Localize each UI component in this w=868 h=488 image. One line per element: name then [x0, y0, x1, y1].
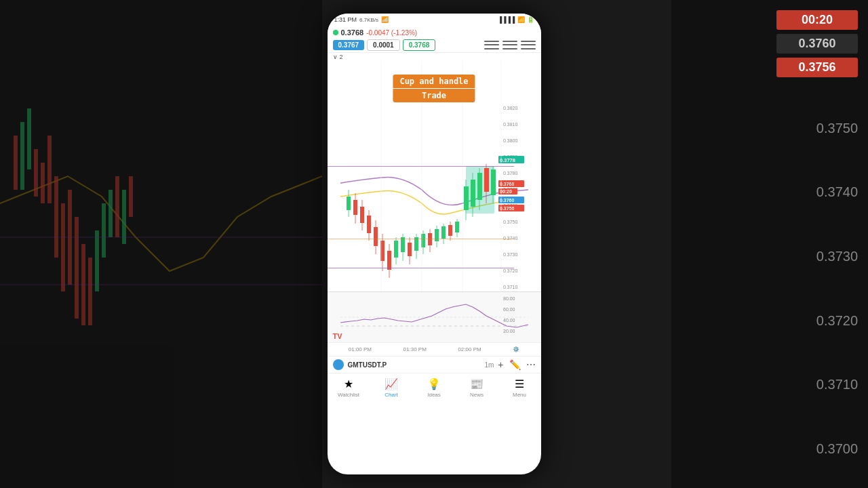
svg-rect-53 — [441, 226, 446, 239]
svg-rect-45 — [414, 237, 418, 251]
live-dot — [333, 30, 338, 35]
cup-handle-label: Cup and handle Trade — [393, 75, 475, 102]
status-right: ▐▐▐▐ 📶 🔋 — [498, 16, 534, 23]
time-axis-right[interactable]: ⚙️ — [513, 346, 519, 352]
svg-rect-59 — [464, 186, 469, 210]
bottom-nav: ★ Watchlist 📈 Chart 💡 Ideas 📰 News ☰ Men… — [328, 373, 541, 402]
svg-text:00:20: 00:20 — [500, 189, 512, 194]
nav-chart[interactable]: 📈 Chart — [370, 376, 413, 399]
annotation-count: 2 — [340, 54, 343, 60]
svg-rect-63 — [477, 173, 482, 200]
nav-news[interactable]: 📰 News — [456, 376, 498, 399]
svg-text:0.3768: 0.3768 — [500, 182, 515, 186]
background-left — [0, 0, 322, 488]
right-price-level-1: 0.3740 — [682, 180, 858, 204]
ticker-logo-icon — [333, 359, 344, 370]
price-badge-1: 0.3760 — [776, 34, 858, 54]
svg-text:0.3720: 0.3720 — [503, 268, 518, 273]
status-time: 1:31 PM — [334, 16, 357, 23]
svg-rect-51 — [435, 229, 439, 241]
wifi-icon: 📶 — [517, 16, 525, 23]
nav-ideas-label: Ideas — [427, 392, 441, 398]
support-line-2 — [328, 268, 514, 268]
svg-text:40.00: 40.00 — [503, 318, 515, 323]
right-panel: 00:20 0.3760 0.3756 0.3750 0.3740 0.3730… — [671, 0, 868, 488]
svg-text:0.3756: 0.3756 — [500, 206, 515, 211]
right-price-level-5: 0.3700 — [682, 437, 858, 461]
timer-badge: 00:20 — [776, 10, 858, 30]
clock-icon[interactable]: ⚙️ — [513, 346, 519, 352]
ticker-name: GMTUSDT.P — [348, 361, 481, 369]
signal-icon: 📶 — [381, 16, 389, 23]
chart-type-icon[interactable] — [484, 40, 499, 51]
right-price-level-0: 0.3750 — [682, 117, 858, 140]
svg-text:0.3778: 0.3778 — [500, 157, 515, 163]
chart-nav-icon: 📈 — [384, 378, 398, 390]
news-icon: 📰 — [470, 378, 484, 390]
support-line-1 — [328, 166, 514, 167]
svg-text:0.3800: 0.3800 — [503, 138, 518, 143]
svg-rect-39 — [394, 241, 398, 258]
time-label-1: 01:00 PM — [349, 346, 372, 352]
svg-rect-33 — [374, 227, 378, 246]
settings-icon[interactable] — [521, 40, 536, 51]
status-bar: 1:31 PM 6.7KB/s 📶 ▐▐▐▐ 📶 🔋 — [328, 14, 541, 26]
bid-button[interactable]: 0.3767 — [333, 40, 365, 50]
bg-chart-svg — [0, 0, 322, 488]
svg-text:0.3730: 0.3730 — [503, 252, 518, 257]
svg-text:0.3780: 0.3780 — [503, 171, 518, 176]
time-axis: 01:00 PM 01:30 PM 02:00 PM ⚙️ — [328, 342, 541, 356]
nav-ideas[interactable]: 💡 Ideas — [413, 376, 456, 399]
status-network: 6.7KB/s — [359, 17, 378, 23]
svg-rect-37 — [387, 251, 391, 270]
current-price: 0.3768 — [341, 28, 364, 37]
svg-rect-57 — [455, 222, 459, 232]
nav-news-label: News — [470, 392, 484, 398]
add-alert-button[interactable]: + — [498, 359, 503, 370]
svg-rect-29 — [360, 207, 364, 223]
svg-rect-25 — [347, 197, 351, 210]
price-header: 0.3768 -0.0047 (-1.23%) 0.3767 0.0001 0.… — [328, 26, 541, 53]
indicator-icon[interactable] — [502, 40, 517, 51]
nav-chart-label: Chart — [384, 392, 398, 398]
price-change: -0.0047 (-1.23%) — [366, 29, 417, 37]
draw-tool-button[interactable]: ✏️ — [509, 359, 521, 370]
svg-rect-41 — [401, 237, 405, 252]
svg-rect-43 — [408, 243, 412, 256]
ticker-timeframe: 1m — [484, 361, 494, 369]
nav-menu-label: Menu — [513, 392, 526, 398]
nav-watchlist[interactable]: ★ Watchlist — [328, 376, 370, 399]
more-button[interactable]: ⋯ — [526, 359, 536, 370]
cup-handle-line1: Cup and handle — [393, 75, 475, 88]
toolbar-icons — [484, 40, 536, 51]
annotation-row: ∨ 2 — [328, 53, 541, 61]
time-label-2: 01:30 PM — [403, 346, 427, 352]
svg-text:0.3750: 0.3750 — [503, 220, 518, 224]
right-price-level-2: 0.3730 — [682, 245, 858, 268]
nav-watchlist-label: Watchlist — [338, 392, 359, 398]
svg-text:20.00: 20.00 — [503, 329, 515, 333]
chart-area[interactable]: Cup and handle Trade — [328, 61, 541, 291]
svg-rect-65 — [484, 168, 489, 192]
ask-button[interactable]: 0.3768 — [403, 39, 436, 51]
svg-text:80.00: 80.00 — [503, 296, 515, 301]
svg-text:0.3710: 0.3710 — [503, 285, 518, 289]
ticker-bar: GMTUSDT.P 1m + ✏️ ⋯ — [328, 356, 541, 373]
nav-menu[interactable]: ☰ Menu — [498, 376, 541, 399]
svg-rect-21 — [0, 0, 322, 488]
signal-bars-icon: ▐▐▐▐ — [498, 16, 515, 23]
oscillator-svg: 80.00 60.00 40.00 20.00 — [328, 292, 541, 342]
svg-text:0.3760: 0.3760 — [500, 198, 515, 203]
battery-icon: 🔋 — [527, 16, 534, 23]
ideas-icon: 💡 — [427, 378, 441, 390]
phone-frame: 1:31 PM 6.7KB/s 📶 ▐▐▐▐ 📶 🔋 0.3768 -0.004… — [328, 14, 541, 474]
svg-rect-61 — [471, 180, 475, 207]
svg-rect-49 — [428, 233, 432, 245]
svg-text:60.00: 60.00 — [503, 307, 515, 312]
chevron-icon: ∨ — [333, 54, 338, 60]
spread-button[interactable]: 0.0001 — [367, 39, 400, 51]
price-row: 0.3768 -0.0047 (-1.23%) — [333, 28, 536, 37]
right-price-level-3: 0.3720 — [682, 309, 858, 333]
right-price-level-4: 0.3710 — [682, 373, 858, 396]
price-badge-2: 0.3756 — [776, 58, 858, 77]
